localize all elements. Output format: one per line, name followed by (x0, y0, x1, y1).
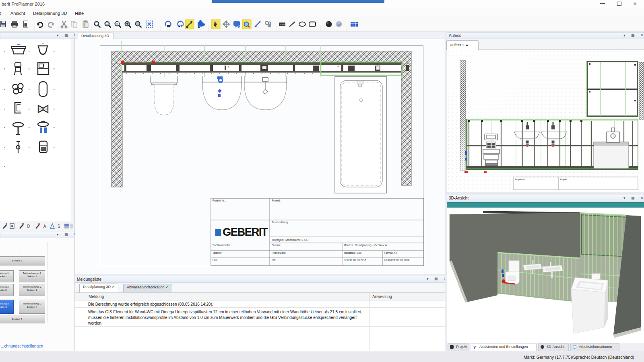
svg-text:Geändert: 08.05.2016: Geändert: 08.05.2016 (384, 259, 410, 261)
svg-text:S: S (58, 224, 60, 228)
svg-text:Erstellt: 08.05.2016: Erstellt: 08.05.2016 (344, 259, 366, 261)
svg-text:Projekt-Nr.:: Projekt-Nr.: (213, 199, 226, 202)
svg-text:Ort:: Ort: (272, 259, 276, 261)
svg-text:Sachbearbeiter:: Sachbearbeiter: (213, 244, 231, 247)
svg-text:Format: A4: Format: A4 (384, 251, 397, 254)
svg-text:Projekt:: Projekt: (272, 199, 281, 202)
svg-text:D: D (27, 224, 30, 228)
svg-text:Teilprojekt: Sanitärräume 1.: Teilprojekt: Sanitärräume 1. OG (272, 239, 308, 242)
svg-text:GEBERIT: GEBERIT (223, 226, 268, 238)
svg-text:Strasse:: Strasse: (272, 244, 281, 247)
svg-text:Monteur: Grundplanung + GeoNax: Monteur: Grundplanung + GeoNax W (344, 244, 388, 247)
svg-text:Projekt:: Projekt: (560, 178, 568, 181)
svg-text:Postleitzahl:: Postleitzahl: (272, 251, 286, 254)
svg-text:Projekt-Nr.:: Projekt-Nr.: (515, 178, 526, 181)
svg-text:Massstab: 1:20: Massstab: 1:20 (344, 251, 361, 254)
svg-text:Beschreibung: Beschreibung (272, 221, 288, 224)
svg-text:A: A (43, 224, 46, 228)
svg-text:mm: mm (280, 23, 285, 26)
svg-text:Fax:: Fax: (213, 259, 218, 261)
svg-text:Telefon:: Telefon: (213, 251, 222, 254)
